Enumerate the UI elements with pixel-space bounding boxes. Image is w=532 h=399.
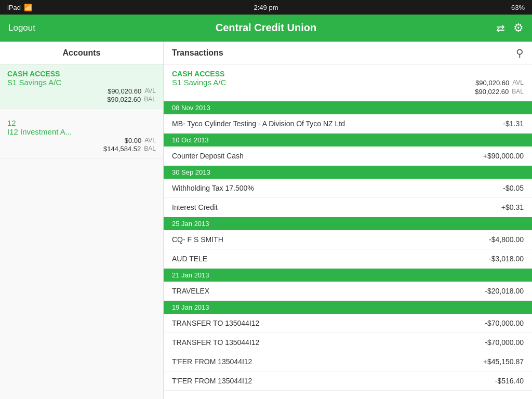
transaction-row-5-3[interactable]: T'FER FROM 135044I12-$516.40 <box>164 371 532 391</box>
account-item-2[interactable]: 12 I12 Investment A... $0.00 AVL $144,58… <box>0 109 163 158</box>
transaction-row-2-0[interactable]: Withholding Tax 17.500%-$0.05 <box>164 179 532 198</box>
transaction-amount-1-0: +$90,000.00 <box>483 152 524 160</box>
transaction-desc-3-1: AUD TELE <box>172 255 483 263</box>
account-avl-2: $0.00 <box>125 137 142 144</box>
account-bal-row-2: $144,584.52 BAL <box>7 145 156 153</box>
date-header-2: 30 Sep 2013 <box>164 166 532 179</box>
logout-button[interactable]: Logout <box>8 23 35 33</box>
transactions-panel: CASH ACCESS S1 Savings A/C $90,020.60 AV… <box>164 64 532 399</box>
transaction-desc-4-0: TRAVELEX <box>172 287 478 295</box>
transaction-amount-2-0: -$0.05 <box>503 184 524 192</box>
account-type-1: CASH ACCESS <box>7 70 156 78</box>
selected-bal: $90,022.60 <box>475 88 509 96</box>
account-name-1: S1 Savings A/C <box>7 78 61 87</box>
header-icons: ⇄ ⚙ <box>496 22 524 34</box>
transaction-amount-5-2: +$45,150.87 <box>483 357 524 366</box>
account-avl-1: $90,020.60 <box>108 87 141 95</box>
date-header-1: 10 Oct 2013 <box>164 134 532 147</box>
selected-bal-label: BAL <box>512 88 524 96</box>
transaction-desc-2-1: Interest Credit <box>172 203 495 211</box>
status-left: iPad 📶 <box>7 4 32 11</box>
transaction-row-2-1[interactable]: Interest Credit+$0.31 <box>164 198 532 217</box>
transaction-amount-0-0: -$1.31 <box>503 119 524 128</box>
selected-account-header: CASH ACCESS S1 Savings A/C $90,020.60 AV… <box>164 64 532 101</box>
account-bal-label-1: BAL <box>144 96 156 103</box>
account-balances-1: $90,020.60 AVL <box>7 87 156 95</box>
transaction-amount-2-1: +$0.31 <box>501 203 524 211</box>
app-title: Central Credit Union <box>216 22 316 34</box>
time-label: 2:49 pm <box>254 4 278 11</box>
transaction-desc-5-1: TRANSFER TO 135044I12 <box>172 338 478 347</box>
status-right: 63% <box>511 4 525 11</box>
main-content: CASH ACCESS S1 Savings A/C $90,020.60 AV… <box>0 64 532 399</box>
transaction-row-5-2[interactable]: T'FER FROM 135044I12+$45,150.87 <box>164 352 532 371</box>
selected-avl-line: $90,020.60 AVL <box>475 79 524 87</box>
account-bal-2: $144,584.52 <box>103 145 141 153</box>
transaction-row-5-1[interactable]: TRANSFER TO 135044I12-$70,000.00 <box>164 333 532 352</box>
date-header-5: 19 Jan 2013 <box>164 301 532 314</box>
account-balances-2: $0.00 AVL <box>7 137 156 144</box>
selected-account-name: S1 Savings A/C <box>172 78 226 87</box>
account-item-1[interactable]: CASH ACCESS S1 Savings A/C $90,020.60 AV… <box>0 64 163 109</box>
settings-icon[interactable]: ⚙ <box>513 22 524 34</box>
selected-bal-line: $90,022.60 BAL <box>475 88 524 96</box>
account-number-2: 12 <box>7 118 156 127</box>
date-header-4: 21 Jan 2013 <box>164 269 532 282</box>
transaction-desc-1-0: Counter Deposit Cash <box>172 152 477 160</box>
selected-avl: $90,020.60 <box>475 79 509 87</box>
account-avl-label-1: AVL <box>144 87 156 95</box>
account-avl-label-2: AVL <box>144 137 156 144</box>
app-header: Logout Central Credit Union ⇄ ⚙ <box>0 15 532 42</box>
transaction-desc-0-0: MB- Tyco Cylinder Testing - A Division O… <box>172 119 497 128</box>
selected-account-type: CASH ACCESS <box>172 70 524 78</box>
account-bal-label-2: BAL <box>144 145 156 153</box>
transactions-tab[interactable]: Transactions ⚲ <box>164 47 532 59</box>
date-header-3: 25 Jan 2013 <box>164 217 532 230</box>
ipad-label: iPad <box>7 4 21 11</box>
transaction-desc-2-0: Withholding Tax 17.500% <box>172 184 497 192</box>
account-bal-1: $90,022.60 <box>107 96 141 103</box>
status-bar: iPad 📶 2:49 pm 63% <box>0 0 532 15</box>
transaction-amount-5-1: -$70,000.00 <box>485 338 524 347</box>
selected-avl-label: AVL <box>512 79 524 87</box>
account-row-2: I12 Investment A... <box>7 127 156 136</box>
transaction-desc-3-0: CQ- F S SMITH <box>172 235 483 244</box>
selected-account-name-row: S1 Savings A/C $90,020.60 AVL $90,022.60… <box>172 78 524 96</box>
transaction-amount-4-0: -$20,018.00 <box>485 287 524 295</box>
search-button[interactable]: ⚲ <box>516 47 524 59</box>
accounts-sidebar: CASH ACCESS S1 Savings A/C $90,020.60 AV… <box>0 64 164 399</box>
subheader: Accounts Transactions ⚲ <box>0 42 532 64</box>
account-name-2: I12 Investment A... <box>7 127 72 136</box>
transaction-amount-5-3: -$516.40 <box>495 377 524 385</box>
transaction-desc-5-3: T'FER FROM 135044I12 <box>172 377 489 385</box>
account-bal-row-1: $90,022.60 BAL <box>7 96 156 103</box>
transaction-desc-5-0: TRANSFER TO 135044I12 <box>172 319 478 327</box>
transaction-row-5-0[interactable]: TRANSFER TO 135044I12-$70,000.00 <box>164 314 532 333</box>
selected-account-balances: $90,020.60 AVL $90,022.60 BAL <box>475 79 524 96</box>
account-row-1: S1 Savings A/C <box>7 78 156 87</box>
transaction-list: 08 Nov 2013MB- Tyco Cylinder Testing - A… <box>164 101 532 391</box>
transaction-row-3-0[interactable]: CQ- F S SMITH-$4,800.00 <box>164 230 532 249</box>
transaction-row-3-1[interactable]: AUD TELE-$3,018.00 <box>164 249 532 269</box>
transaction-amount-3-0: -$4,800.00 <box>489 235 524 244</box>
transaction-desc-5-2: T'FER FROM 135044I12 <box>172 357 477 366</box>
transaction-row-0-0[interactable]: MB- Tyco Cylinder Testing - A Division O… <box>164 114 532 134</box>
transaction-row-1-0[interactable]: Counter Deposit Cash+$90,000.00 <box>164 147 532 166</box>
battery-label: 63% <box>511 4 525 11</box>
accounts-tab[interactable]: Accounts <box>0 42 164 64</box>
refresh-icon[interactable]: ⇄ <box>496 23 505 33</box>
transaction-amount-5-0: -$70,000.00 <box>485 319 524 327</box>
transaction-row-4-0[interactable]: TRAVELEX-$20,018.00 <box>164 282 532 301</box>
transaction-amount-3-1: -$3,018.00 <box>489 255 524 263</box>
date-header-0: 08 Nov 2013 <box>164 101 532 114</box>
wifi-icon: 📶 <box>24 4 32 11</box>
